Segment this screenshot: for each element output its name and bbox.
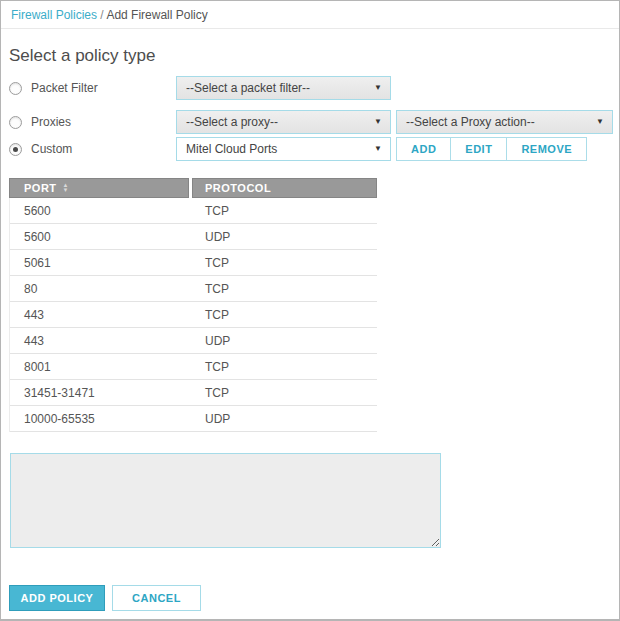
- custom-label: Custom: [31, 142, 72, 156]
- add-firewall-policy-page: Firewall Policies / Add Firewall Policy …: [0, 0, 620, 621]
- protocol-cell: UDP: [193, 334, 230, 348]
- ports-table: PORT ▲ ▼ PROTOCOL 5600 TCP 5600 UDP 5061: [9, 178, 377, 432]
- table-row[interactable]: 80 TCP: [10, 276, 377, 302]
- custom-ports-actions: ADD EDIT REMOVE: [396, 137, 587, 161]
- protocol-column-header[interactable]: PROTOCOL: [192, 178, 377, 198]
- breadcrumb-current: Add Firewall Policy: [106, 8, 207, 22]
- custom-policy-select[interactable]: Mitel Cloud Ports ▼: [176, 137, 391, 161]
- sort-icon[interactable]: ▲ ▼: [63, 183, 69, 193]
- packet-filter-radio[interactable]: [9, 82, 22, 95]
- custom-policy-select-value: Mitel Cloud Ports: [186, 142, 277, 156]
- proxy-action-select-value: --Select a Proxy action--: [406, 115, 535, 129]
- proxies-radio[interactable]: [9, 116, 22, 129]
- proxy-select-value: --Select a proxy--: [186, 115, 278, 129]
- protocol-cell: UDP: [193, 230, 230, 244]
- proxy-select[interactable]: --Select a proxy-- ▼: [176, 110, 391, 134]
- port-column-header[interactable]: PORT ▲ ▼: [9, 178, 189, 198]
- table-row[interactable]: 5061 TCP: [10, 250, 377, 276]
- port-cell: 443: [10, 308, 193, 322]
- chevron-down-icon: ▼: [374, 118, 382, 126]
- table-row[interactable]: 5600 UDP: [10, 224, 377, 250]
- breadcrumb-separator: /: [97, 8, 106, 22]
- protocol-cell: TCP: [193, 360, 229, 374]
- table-row[interactable]: 443 TCP: [10, 302, 377, 328]
- cancel-button[interactable]: CANCEL: [112, 585, 201, 611]
- breadcrumb: Firewall Policies / Add Firewall Policy: [1, 1, 619, 29]
- proxy-action-select[interactable]: --Select a Proxy action-- ▼: [396, 110, 613, 134]
- protocol-column-label: PROTOCOL: [205, 182, 271, 194]
- proxies-radio-option[interactable]: Proxies: [9, 110, 176, 129]
- table-row[interactable]: 31451-31471 TCP: [10, 380, 377, 406]
- packet-filter-radio-option[interactable]: Packet Filter: [9, 76, 176, 95]
- remove-port-button[interactable]: REMOVE: [506, 137, 587, 161]
- custom-radio-option[interactable]: Custom: [9, 137, 176, 156]
- footer-actions: ADD POLICY CANCEL: [9, 585, 201, 611]
- chevron-down-icon: ▼: [374, 145, 382, 153]
- port-cell: 443: [10, 334, 193, 348]
- chevron-down-icon: ▼: [374, 84, 382, 92]
- table-row[interactable]: 5600 TCP: [10, 198, 377, 224]
- port-cell: 5600: [10, 204, 193, 218]
- protocol-cell: TCP: [193, 308, 229, 322]
- packet-filter-row: Packet Filter --Select a packet filter--…: [9, 76, 619, 100]
- port-column-label: PORT: [24, 182, 57, 194]
- add-policy-button[interactable]: ADD POLICY: [9, 585, 105, 611]
- custom-radio[interactable]: [9, 143, 22, 156]
- port-cell: 8001: [10, 360, 193, 374]
- edit-port-button[interactable]: EDIT: [450, 137, 507, 161]
- custom-row: Custom Mitel Cloud Ports ▼ ADD EDIT REMO…: [9, 137, 619, 161]
- add-port-button[interactable]: ADD: [396, 137, 451, 161]
- protocol-cell: TCP: [193, 204, 229, 218]
- table-row[interactable]: 10000-65535 UDP: [10, 406, 377, 432]
- protocol-cell: TCP: [193, 386, 229, 400]
- chevron-down-icon: ▼: [596, 118, 604, 126]
- protocol-cell: TCP: [193, 282, 229, 296]
- proxies-row: Proxies --Select a proxy-- ▼ --Select a …: [9, 110, 619, 134]
- port-cell: 10000-65535: [10, 412, 193, 426]
- packet-filter-label: Packet Filter: [31, 81, 98, 95]
- policy-type-form: Packet Filter --Select a packet filter--…: [9, 76, 619, 161]
- table-row[interactable]: 8001 TCP: [10, 354, 377, 380]
- table-row[interactable]: 443 UDP: [10, 328, 377, 354]
- proxies-label: Proxies: [31, 115, 71, 129]
- policy-description-textarea[interactable]: [10, 453, 441, 548]
- packet-filter-select[interactable]: --Select a packet filter-- ▼: [176, 76, 391, 100]
- packet-filter-select-value: --Select a packet filter--: [186, 81, 310, 95]
- port-cell: 5061: [10, 256, 193, 270]
- protocol-cell: TCP: [193, 256, 229, 270]
- ports-table-body: 5600 TCP 5600 UDP 5061 TCP 80 TCP 443 TC…: [9, 198, 377, 432]
- protocol-cell: UDP: [193, 412, 230, 426]
- ports-table-header: PORT ▲ ▼ PROTOCOL: [9, 178, 377, 198]
- port-cell: 31451-31471: [10, 386, 193, 400]
- port-cell: 5600: [10, 230, 193, 244]
- breadcrumb-firewall-policies-link[interactable]: Firewall Policies: [11, 8, 97, 22]
- port-cell: 80: [10, 282, 193, 296]
- page-title: Select a policy type: [9, 46, 619, 66]
